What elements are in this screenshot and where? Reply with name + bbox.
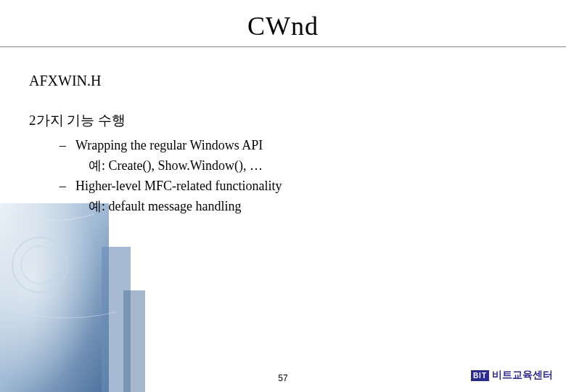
list-item: – Higher-level MFC-related functionality xyxy=(60,176,537,197)
svg-rect-1 xyxy=(0,203,109,392)
content-body: AFXWIN.H 2가지 기능 수행 – Wrapping the regula… xyxy=(29,73,537,217)
bullet-example: 예: Create(), Show.Window(), … xyxy=(89,156,537,176)
section-heading: 2가지 기능 수행 xyxy=(29,111,537,130)
bullet-dash: – xyxy=(60,136,75,156)
bullet-text: Wrapping the regular Windows API xyxy=(75,136,263,156)
footer-logo: BIT xyxy=(471,370,489,381)
title-underline xyxy=(0,46,566,47)
header-file-label: AFXWIN.H xyxy=(29,73,537,89)
slide: CWnd AFXWIN.H 2가지 기능 수행 – Wrapping the r… xyxy=(0,0,566,392)
bullet-text: Higher-level MFC-related functionality xyxy=(75,176,282,197)
bullet-dash: – xyxy=(60,176,75,197)
bullet-list: – Wrapping the regular Windows API 예: Cr… xyxy=(60,136,537,217)
list-item: – Wrapping the regular Windows API xyxy=(60,136,537,156)
footer-text: 비트교육센터 xyxy=(492,369,553,382)
bullet-example: 예: default message handling xyxy=(89,197,537,217)
slide-title: CWnd xyxy=(0,11,566,41)
footer-branding: BIT 비트교육센터 xyxy=(471,369,553,382)
